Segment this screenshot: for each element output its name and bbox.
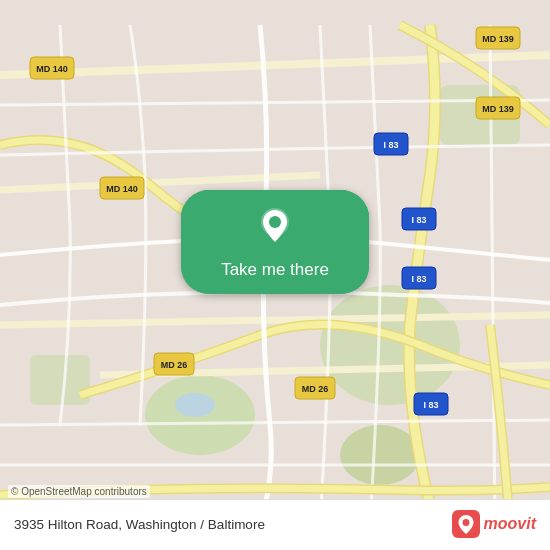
svg-text:I 83: I 83 (423, 400, 438, 410)
address-label: 3935 Hilton Road, Washington / Baltimore (14, 517, 265, 532)
svg-text:MD 140: MD 140 (106, 184, 138, 194)
take-me-there-label: Take me there (221, 260, 329, 279)
copyright-text: © OpenStreetMap contributors (11, 486, 147, 497)
pin-icon-area (181, 190, 369, 256)
map-container: MD 140 MD 140 MD 26 MD 26 MD 139 MD 139 … (0, 0, 550, 550)
moovit-icon (452, 510, 480, 538)
bottom-bar: 3935 Hilton Road, Washington / Baltimore… (0, 499, 550, 550)
moovit-brand-name: moovit (484, 515, 536, 533)
copyright-notice: © OpenStreetMap contributors (8, 485, 150, 498)
svg-text:I 83: I 83 (411, 215, 426, 225)
svg-point-6 (175, 393, 215, 417)
svg-point-36 (269, 216, 281, 228)
location-pin-icon (253, 204, 297, 248)
take-me-there-button[interactable]: Take me there (181, 190, 369, 294)
svg-text:MD 140: MD 140 (36, 64, 68, 74)
svg-text:I 83: I 83 (411, 274, 426, 284)
svg-point-38 (462, 519, 469, 526)
button-label-area: Take me there (181, 256, 369, 294)
svg-text:I 83: I 83 (383, 140, 398, 150)
svg-text:MD 26: MD 26 (161, 360, 188, 370)
svg-point-5 (340, 425, 420, 485)
svg-text:MD 139: MD 139 (482, 104, 514, 114)
svg-text:MD 26: MD 26 (302, 384, 329, 394)
svg-point-2 (320, 285, 460, 405)
svg-text:MD 139: MD 139 (482, 34, 514, 44)
moovit-logo: moovit (452, 510, 536, 538)
